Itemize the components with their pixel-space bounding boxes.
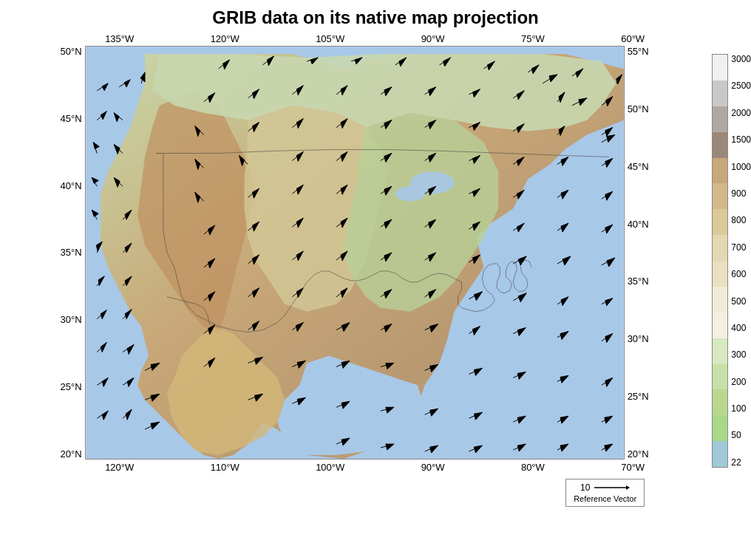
right-axis-label: 45°N xyxy=(628,161,649,172)
right-axis-label: 20°N xyxy=(628,448,649,460)
map-with-yaxis: 50°N45°N40°N35°N30°N25°N20°N xyxy=(48,46,662,460)
right-axis-label: 40°N xyxy=(628,219,649,230)
colorbar-segment xyxy=(713,132,727,158)
right-axis-label: 30°N xyxy=(628,333,649,344)
colorbar-label: 400 xyxy=(731,323,751,333)
right-axis-label: 55°N xyxy=(628,46,649,57)
main-container: GRIB data on its native map projection 1… xyxy=(0,0,751,560)
colorbar-label: 2000 xyxy=(731,108,751,118)
colorbar-segment xyxy=(713,261,727,287)
colorbar-segment xyxy=(713,106,727,132)
colorbar-labels: 3000250020001500100090080070060050040030… xyxy=(731,54,751,468)
map-section: 135°W120°W105°W90°W75°W60°W 50°N45°N40°N… xyxy=(0,33,709,507)
colorbar-label: 22 xyxy=(731,457,751,468)
left-axis-label: 45°N xyxy=(61,113,82,124)
top-axis: 135°W120°W105°W90°W75°W60°W xyxy=(105,33,645,46)
colorbar-label: 2500 xyxy=(731,81,751,91)
bottom-section: 10 Reference Vector xyxy=(105,479,645,507)
colorbar-segment xyxy=(713,313,727,338)
ref-value: 10 xyxy=(580,482,590,493)
colorbar-label: 900 xyxy=(731,188,751,199)
bottom-x-axis: 120°W110°W100°W90°W80°W70°W xyxy=(105,460,645,473)
svg-point-9 xyxy=(395,186,424,201)
colorbar-label: 1000 xyxy=(731,162,751,172)
top-axis-label: 90°W xyxy=(421,33,445,44)
bottom-axis-label: 90°W xyxy=(421,462,445,473)
map-canvas xyxy=(85,46,625,460)
right-axis-label: 50°N xyxy=(628,103,649,115)
colorbar-segment xyxy=(713,55,727,81)
colorbar-label: 50 xyxy=(731,430,751,440)
colorbar-segment xyxy=(713,364,727,390)
colorbar-label: 200 xyxy=(731,377,751,387)
colorbar-segment xyxy=(713,235,727,261)
colorbar xyxy=(712,54,728,468)
top-axis-label: 120°W xyxy=(211,33,239,44)
left-axis-label: 25°N xyxy=(61,381,82,392)
chart-area: 135°W120°W105°W90°W75°W60°W 50°N45°N40°N… xyxy=(0,33,751,560)
right-axis-label: 25°N xyxy=(628,391,649,402)
colorbar-segment xyxy=(713,415,727,441)
colorbar-label: 800 xyxy=(731,215,751,225)
right-axis-label: 35°N xyxy=(628,276,649,287)
left-axis-label: 40°N xyxy=(61,180,82,191)
bottom-axis-label: 80°W xyxy=(521,462,545,473)
bottom-axis-label: 120°W xyxy=(105,462,134,473)
reference-vector-label: Reference Vector xyxy=(574,494,636,503)
colorbar-segment xyxy=(713,389,727,415)
svg-marker-301 xyxy=(626,485,630,490)
colorbar-segment xyxy=(713,441,727,467)
right-y-axis: 55°N50°N45°N40°N35°N30°N25°N20°N xyxy=(625,46,662,460)
colorbar-label: 600 xyxy=(731,269,751,279)
top-axis-label: 135°W xyxy=(105,33,134,44)
colorbar-label: 1500 xyxy=(731,134,751,145)
left-axis-label: 50°N xyxy=(61,46,82,57)
left-axis-label: 30°N xyxy=(61,314,82,325)
left-y-axis: 50°N45°N40°N35°N30°N25°N20°N xyxy=(48,46,85,460)
colorbar-segment xyxy=(713,81,727,106)
colorbar-label: 500 xyxy=(731,296,751,307)
colorbar-label: 300 xyxy=(731,349,751,360)
colorbar-label: 700 xyxy=(731,242,751,253)
colorbar-section: 3000250020001500100090080070060050040030… xyxy=(712,54,751,468)
colorbar-label: 3000 xyxy=(731,54,751,64)
bottom-axis-label: 100°W xyxy=(316,462,344,473)
top-axis-label: 105°W xyxy=(316,33,344,44)
colorbar-segment xyxy=(713,158,727,184)
colorbar-label: 100 xyxy=(731,403,751,414)
colorbar-segment xyxy=(713,287,727,313)
colorbar-segment xyxy=(713,338,727,364)
colorbar-segment xyxy=(713,183,727,209)
bottom-axis-label: 70°W xyxy=(621,462,645,473)
reference-vector-box: 10 Reference Vector xyxy=(565,479,645,507)
reference-vector-arrow: 10 xyxy=(574,482,636,493)
top-axis-label: 60°W xyxy=(621,33,645,44)
left-axis-label: 20°N xyxy=(61,448,82,460)
bottom-axis-label: 110°W xyxy=(211,462,239,473)
top-axis-label: 75°W xyxy=(521,33,545,44)
left-axis-label: 35°N xyxy=(61,247,82,258)
page-title: GRIB data on its native map projection xyxy=(0,0,751,33)
colorbar-segment xyxy=(713,209,727,235)
